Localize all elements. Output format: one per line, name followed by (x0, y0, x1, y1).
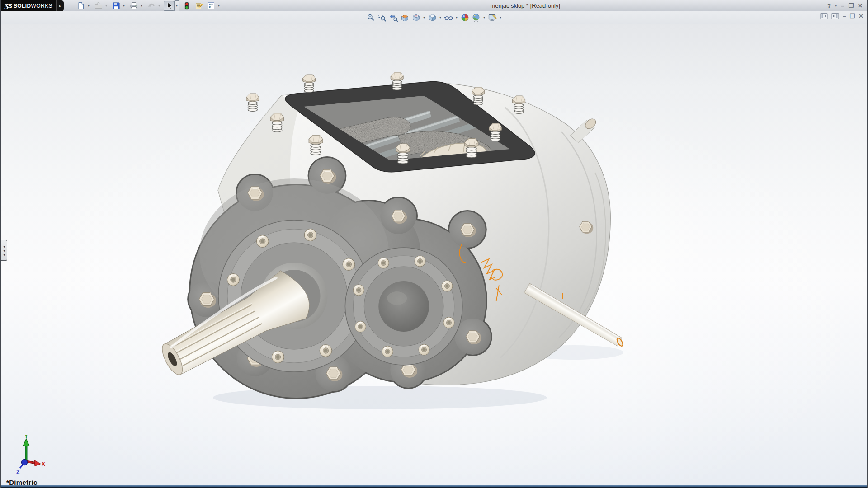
help-button[interactable]: ? (827, 3, 831, 9)
options-button[interactable] (206, 1, 216, 11)
rebuild-button[interactable] (181, 1, 192, 11)
zoom-to-fit-button[interactable] (365, 12, 377, 23)
title-bar: ƷS SOLIDWORKS ▸ ▾ (1, 0, 867, 11)
select-tool-dropdown[interactable]: ▾ (174, 0, 179, 11)
undo-icon (147, 2, 156, 10)
collapse-arrow-icon: ◂ (3, 245, 5, 248)
view-settings-monitor-icon (488, 13, 497, 22)
view-toolbar-row: ▾ ▾ ▾ (1, 11, 867, 24)
view-orientation-label: *Dimetric (6, 479, 38, 485)
print-icon (130, 2, 138, 10)
graphics-area[interactable]: ◂ ◂ ◂ Y X Z *Dimetric (1, 24, 867, 485)
open-dropdown[interactable]: ▾ (104, 1, 109, 11)
save-floppy-icon (112, 2, 120, 10)
section-view-icon (400, 13, 409, 22)
z-axis-label: Z (16, 469, 19, 475)
print-button[interactable] (128, 1, 139, 11)
solidworks-window: ƷS SOLIDWORKS ▸ ▾ (0, 0, 868, 488)
display-style-button[interactable] (427, 12, 438, 23)
solidworks-logo: ƷS SOLIDWORKS (1, 0, 56, 11)
options-list-icon (207, 2, 215, 10)
view-orientation-button[interactable] (410, 12, 422, 23)
heads-up-view-toolbar: ▾ ▾ ▾ (365, 12, 503, 23)
undo-dropdown[interactable]: ▾ (156, 1, 162, 11)
close-button[interactable]: ✕ (858, 3, 863, 9)
feature-manager-collapsed-tab[interactable]: ◂ ◂ ◂ (1, 240, 7, 261)
ds-logo-icon: ƷS (5, 2, 12, 9)
display-style-icon (428, 13, 437, 22)
file-properties-button[interactable] (193, 1, 204, 11)
display-style-dropdown[interactable]: ▾ (438, 12, 443, 23)
apply-scene-button[interactable] (471, 12, 482, 23)
undo-button[interactable] (146, 1, 156, 11)
pane-toggle-left-icon (820, 13, 828, 19)
window-bottom-border (1, 485, 867, 488)
scene-sphere-icon (472, 13, 481, 22)
document-window-controls: – ❐ ✕ (820, 13, 863, 19)
section-view-button[interactable] (399, 12, 410, 23)
appearance-sphere-icon (460, 13, 469, 22)
breather-stub[interactable] (570, 117, 598, 143)
window-controls: ? ▾ – ❐ ✕ (827, 3, 863, 9)
zoom-to-fit-icon (366, 13, 375, 22)
document-minimize-button[interactable]: – (843, 13, 846, 19)
save-button[interactable] (111, 1, 121, 11)
options-dropdown[interactable]: ▾ (216, 1, 222, 11)
y-axis-label: Y (24, 435, 28, 439)
restore-button[interactable]: ❐ (848, 3, 854, 9)
new-document-dropdown[interactable]: ▾ (86, 1, 91, 11)
view-orientation-dropdown[interactable]: ▾ (422, 12, 427, 23)
print-dropdown[interactable]: ▾ (139, 1, 144, 11)
collapse-pane-right-button[interactable] (831, 13, 839, 19)
new-document-icon (77, 2, 85, 10)
y-axis-arrowhead (23, 439, 29, 446)
traffic-light-icon (183, 2, 191, 10)
collapse-arrow-icon: ◂ (3, 253, 5, 256)
new-document-button[interactable] (75, 1, 86, 11)
open-folder-icon (94, 2, 103, 10)
x-axis-arrowhead (34, 460, 41, 466)
zoom-to-area-button[interactable] (377, 12, 388, 23)
gearbox-assembly-model[interactable] (1, 24, 867, 485)
menu-expand-arrow[interactable]: ▸ (56, 0, 64, 11)
help-dropdown[interactable]: ▾ (835, 4, 837, 8)
input-bearing-flange[interactable] (345, 248, 462, 365)
eyeglasses-icon (444, 13, 453, 22)
select-tool-button[interactable] (164, 1, 174, 11)
hide-show-items-button[interactable] (443, 12, 454, 23)
minimize-button[interactable]: – (841, 3, 844, 9)
collapse-pane-left-button[interactable] (820, 13, 828, 19)
reference-triad[interactable]: Y X Z (8, 435, 46, 476)
document-restore-button[interactable]: ❐ (849, 13, 855, 19)
z-axis-sphere (22, 460, 28, 465)
brand-light: WORKS (31, 3, 52, 9)
previous-view-button[interactable] (388, 12, 399, 23)
select-cursor-icon (165, 2, 173, 10)
hide-show-items-dropdown[interactable]: ▾ (454, 12, 459, 23)
view-settings-dropdown[interactable]: ▾ (498, 12, 503, 23)
document-close-button[interactable]: ✕ (859, 13, 863, 19)
view-orientation-icon (411, 13, 420, 22)
edit-appearance-button[interactable] (459, 12, 471, 23)
open-button[interactable] (93, 1, 104, 11)
brand-bold: SOLID (14, 3, 31, 9)
standard-toolbar: ▾ ▾ (75, 0, 223, 11)
view-settings-button[interactable] (487, 12, 498, 23)
apply-scene-dropdown[interactable]: ▾ (482, 12, 487, 23)
previous-view-icon (389, 13, 398, 22)
zoom-to-area-icon (377, 13, 387, 22)
file-properties-icon (195, 2, 203, 10)
save-dropdown[interactable]: ▾ (121, 1, 127, 11)
pane-toggle-right-icon (831, 13, 839, 19)
collapse-arrow-icon: ◂ (3, 249, 5, 252)
x-axis-label: X (42, 461, 45, 467)
window-title: menjac sklop * [Read-only] (223, 2, 827, 9)
